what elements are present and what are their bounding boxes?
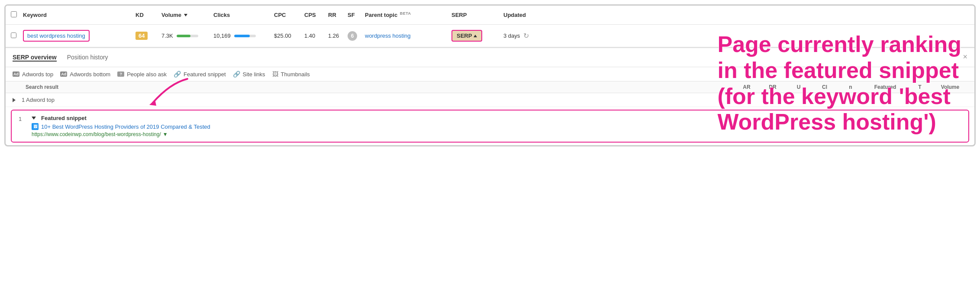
clicks-cell: 10,169 bbox=[213, 32, 274, 39]
result-url-text: https://www.codeinwp.com/blog/best-wordp… bbox=[32, 131, 161, 137]
volume-bar bbox=[177, 35, 198, 37]
col-parent-topic: Parent topic BETA bbox=[365, 11, 451, 18]
col-cps: CPS bbox=[304, 12, 328, 18]
serp-button[interactable]: SERP bbox=[451, 30, 482, 42]
col-serp: SERP bbox=[451, 12, 503, 18]
keyword-cell-wrapper: best wordpress hosting bbox=[23, 30, 135, 42]
adwords-top-icon: Ad bbox=[13, 72, 19, 77]
row-select-checkbox[interactable] bbox=[11, 32, 16, 38]
sf-cell: 6 bbox=[348, 31, 365, 41]
updated-cell: 3 days ↻ bbox=[503, 32, 969, 40]
filter-adwords-bottom[interactable]: Ad Adwords bottom bbox=[60, 71, 110, 78]
clicks-value: 10,169 bbox=[213, 32, 231, 39]
tab-serp-overview[interactable]: SERP overview bbox=[13, 54, 57, 62]
results-header: Search result AR DR U Cl n Featured T Vo… bbox=[6, 81, 974, 93]
filter-site-links[interactable]: 🔗 Site links bbox=[233, 71, 265, 78]
filter-row: Ad Adwords top Ad Adwords bottom ? Peopl… bbox=[6, 67, 974, 81]
col-keyword: Keyword bbox=[23, 12, 135, 18]
filter-adwords-bottom-label: Adwords bottom bbox=[70, 71, 110, 78]
adword-top-label: 1 Adword top bbox=[22, 97, 55, 103]
updated-value: 3 days bbox=[503, 32, 520, 39]
volume-cell: 7.3K bbox=[161, 32, 213, 39]
filter-thumbnails-label: Thumbnails bbox=[281, 71, 310, 78]
clicks-bar-fill bbox=[234, 35, 250, 37]
col-volume[interactable]: Volume bbox=[161, 12, 213, 18]
select-all-checkbox[interactable] bbox=[11, 11, 23, 19]
rh-featured: Featured bbox=[864, 84, 907, 90]
filter-site-links-label: Site links bbox=[243, 71, 265, 78]
rr-cell: 1.26 bbox=[328, 32, 348, 39]
site-links-icon: 🔗 bbox=[233, 71, 240, 78]
col-rr: RR bbox=[328, 12, 348, 18]
col-sf: SF bbox=[348, 12, 365, 18]
cps-cell: 1.40 bbox=[304, 32, 328, 39]
main-container: Keyword KD Volume Clicks CPC CPS RR SF P… bbox=[4, 4, 976, 146]
clicks-bar bbox=[234, 35, 256, 37]
kd-cell: 64 bbox=[135, 32, 161, 40]
parent-topic-link[interactable]: wordpress hosting bbox=[365, 32, 411, 39]
rh-u: U bbox=[786, 84, 812, 90]
result-url: https://www.codeinwp.com/blog/best-wordp… bbox=[32, 131, 961, 137]
kd-badge: 64 bbox=[135, 32, 148, 40]
featured-snippet-row: 1 Featured snippet 🖼 10+ Best WordPress … bbox=[11, 110, 969, 143]
thumbnails-icon: 🖼 bbox=[272, 71, 278, 78]
collapse-icon bbox=[32, 117, 36, 120]
serp-arrow-up-icon bbox=[474, 35, 477, 37]
parent-topic-cell: wordpress hosting bbox=[365, 32, 451, 39]
rh-n: n bbox=[838, 84, 864, 90]
tab-position-history[interactable]: Position history bbox=[67, 54, 108, 62]
page-icon: 🖼 bbox=[32, 123, 39, 130]
rh-cl: Cl bbox=[812, 84, 838, 90]
rh-dr: DR bbox=[760, 84, 786, 90]
sf-badge: 6 bbox=[348, 31, 357, 41]
result-title-link[interactable]: 🖼 10+ Best WordPress Hosting Providers o… bbox=[32, 123, 961, 130]
volume-sort-icon bbox=[184, 14, 187, 16]
header-checkbox[interactable] bbox=[11, 11, 17, 17]
cpc-cell: $25.00 bbox=[274, 32, 304, 39]
people-also-ask-icon: ? bbox=[117, 72, 124, 77]
beta-badge: BETA bbox=[400, 11, 411, 16]
adwords-bottom-icon: Ad bbox=[60, 72, 67, 77]
serp-cell: SERP bbox=[451, 30, 503, 42]
col-updated: Updated bbox=[503, 12, 969, 18]
close-button[interactable]: × bbox=[963, 52, 967, 62]
url-dropdown-icon[interactable]: ▼ bbox=[163, 131, 168, 137]
col-kd: KD bbox=[135, 12, 161, 18]
rh-ar: AR bbox=[734, 84, 760, 90]
rh-volume: Volume bbox=[933, 84, 967, 90]
result-position: 1 bbox=[19, 115, 32, 122]
refresh-icon[interactable]: ↻ bbox=[523, 32, 529, 40]
featured-snippet-icon: 🔗 bbox=[174, 71, 181, 78]
table-header: Keyword KD Volume Clicks CPC CPS RR SF P… bbox=[6, 6, 974, 25]
filter-thumbnails[interactable]: 🖼 Thumbnails bbox=[272, 71, 310, 78]
result-content: Featured snippet 🖼 10+ Best WordPress Ho… bbox=[32, 115, 961, 137]
filter-adwords-top[interactable]: Ad Adwords top bbox=[13, 71, 53, 78]
row-checkbox[interactable] bbox=[11, 32, 23, 39]
featured-snippet-label: Featured snippet bbox=[41, 115, 87, 121]
rh-t: T bbox=[907, 84, 933, 90]
result-title-text: 10+ Best WordPress Hosting Providers of … bbox=[41, 124, 210, 130]
filter-featured-snippet-label: Featured snippet bbox=[184, 71, 226, 78]
rh-search-result: Search result bbox=[26, 84, 734, 90]
serp-tabs: SERP overview Position history × bbox=[6, 48, 974, 67]
filter-featured-snippet[interactable]: 🔗 Featured snippet bbox=[174, 71, 226, 78]
serp-panel: SERP overview Position history × Ad Adwo… bbox=[6, 47, 974, 143]
filter-people-also-ask[interactable]: ? People also ask bbox=[117, 71, 167, 78]
adword-top-group[interactable]: 1 Adword top bbox=[6, 93, 974, 107]
keyword-value[interactable]: best wordpress hosting bbox=[23, 30, 90, 42]
col-cpc: CPC bbox=[274, 12, 304, 18]
volume-value: 7.3K bbox=[161, 32, 173, 39]
filter-people-also-ask-label: People also ask bbox=[127, 71, 167, 78]
filter-adwords-top-label: Adwords top bbox=[22, 71, 53, 78]
volume-bar-fill bbox=[177, 35, 191, 37]
expand-icon bbox=[13, 98, 16, 102]
col-clicks: Clicks bbox=[213, 12, 274, 18]
serp-button-label: SERP bbox=[457, 32, 472, 39]
keyword-row: best wordpress hosting 64 7.3K 10,169 $2… bbox=[6, 25, 974, 47]
